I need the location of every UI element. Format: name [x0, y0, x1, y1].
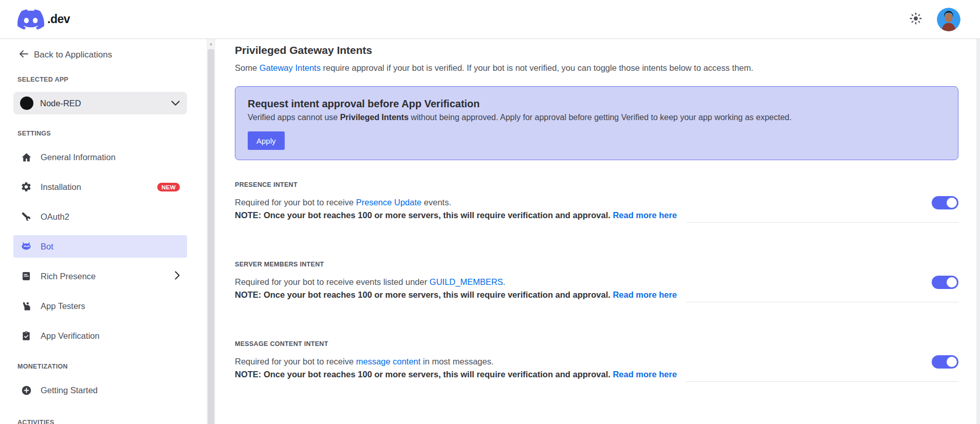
page-title: Privileged Gateway Intents [235, 44, 958, 57]
back-arrow-icon [19, 50, 29, 61]
person-raised-hand-icon [21, 300, 32, 312]
sidebar-item-label: Rich Presence [41, 272, 96, 281]
logo-dev-text: .dev [47, 12, 70, 26]
sun-theme-icon[interactable] [909, 12, 922, 27]
settings-heading: SETTINGS [17, 130, 207, 138]
back-link-label: Back to Applications [34, 50, 112, 60]
discord-logo-icon [17, 9, 44, 30]
server-members-intent-section: SERVER MEMBERS INTENT Required for your … [235, 258, 958, 319]
read-more-link[interactable]: Read more here [613, 370, 677, 379]
banner-title: Request intent approval before App Verif… [248, 98, 946, 110]
intent-label: SERVER MEMBERS INTENT [235, 258, 958, 269]
read-more-link[interactable]: Read more here [613, 290, 677, 299]
main-content: Privileged Gateway Intents Some Gateway … [215, 39, 958, 424]
chevron-down-icon [171, 99, 180, 108]
wrench-icon [21, 211, 32, 222]
message-content-link[interactable]: message content [356, 357, 421, 366]
intent-note: NOTE: Once your bot reaches 100 or more … [235, 289, 958, 300]
back-to-applications-link[interactable]: Back to Applications [19, 49, 207, 61]
sidebar-scrollbar-thumb[interactable] [208, 49, 214, 424]
sidebar-item-label: Installation [41, 182, 81, 192]
sidebar-item-label: Getting Started [41, 386, 98, 395]
read-more-link[interactable]: Read more here [613, 210, 677, 220]
sidebar-item-app-testers[interactable]: App Testers [13, 295, 187, 317]
sidebar: Back to Applications SELECTED APP Node-R… [0, 39, 207, 424]
monetization-nav: Getting Started [13, 379, 187, 401]
section-divider [686, 222, 958, 223]
monetization-heading: MONETIZATION [17, 363, 207, 371]
chevron-right-icon [175, 271, 180, 282]
intent-description: Required for your bot to receive message… [235, 356, 958, 367]
intent-description: Required for your bot to receive events … [235, 276, 958, 287]
home-icon [21, 151, 32, 163]
intent-description: Required for your bot to receive Presenc… [235, 197, 958, 208]
app-selector-dropdown[interactable]: Node-RED [13, 92, 187, 114]
intent-note: NOTE: Once your bot reaches 100 or more … [235, 369, 958, 380]
sidebar-item-getting-started[interactable]: Getting Started [13, 379, 187, 401]
sidebar-item-label: App Verification [41, 331, 100, 341]
clipboard-check-icon [21, 330, 32, 341]
presence-update-link[interactable]: Presence Update [356, 198, 422, 207]
intent-label: PRESENCE INTENT [235, 179, 958, 189]
settings-nav: General Information Installation NEW OAu… [13, 146, 187, 347]
guild-members-link[interactable]: GUILD_MEMBERS [430, 277, 503, 286]
journal-icon [21, 271, 32, 282]
activities-heading: ACTIVITIES [17, 419, 207, 424]
sidebar-item-label: Bot [41, 242, 53, 252]
presence-intent-section: PRESENCE INTENT Required for your bot to… [235, 179, 958, 240]
top-header: .dev [0, 0, 980, 39]
message-content-intent-section: MESSAGE CONTENT INTENT Required for your… [235, 338, 958, 399]
intent-approval-banner: Request intent approval before App Verif… [235, 86, 958, 160]
gear-icon [21, 181, 32, 192]
sidebar-item-general-information[interactable]: General Information [13, 146, 187, 168]
sidebar-item-label: OAuth2 [41, 212, 69, 222]
scrollbar-up-arrow-icon[interactable]: ▲ [207, 39, 215, 49]
gateway-intents-link[interactable]: Gateway Intents [260, 63, 321, 72]
intro-text: Some Gateway Intents require approval if… [235, 63, 958, 73]
intent-note: NOTE: Once your bot reaches 100 or more … [235, 209, 958, 221]
sidebar-item-oauth2[interactable]: OAuth2 [13, 205, 187, 228]
bot-icon [21, 241, 32, 252]
apply-button[interactable]: Apply [248, 131, 285, 150]
sidebar-item-label: App Testers [41, 301, 85, 311]
intent-label: MESSAGE CONTENT INTENT [235, 338, 958, 349]
sidebar-item-bot[interactable]: Bot [13, 235, 187, 258]
plus-circle-icon [21, 384, 32, 396]
selected-app-heading: SELECTED APP [17, 76, 207, 84]
section-divider [686, 381, 958, 382]
sidebar-item-label: General Information [41, 152, 116, 162]
toggle-knob [947, 198, 957, 208]
discord-developer-portal: .dev [0, 0, 980, 424]
user-avatar[interactable] [937, 8, 960, 31]
new-badge: NEW [157, 183, 180, 191]
sidebar-item-installation[interactable]: Installation NEW [13, 176, 187, 198]
app-avatar [20, 97, 33, 110]
page-scrollbar[interactable] [976, 39, 980, 424]
topbar-right [909, 8, 960, 31]
sidebar-scrollbar[interactable]: ▲ [207, 39, 215, 424]
message-content-intent-toggle[interactable] [932, 355, 958, 369]
selected-app-name: Node-RED [40, 99, 164, 108]
server-members-intent-toggle[interactable] [932, 276, 958, 289]
sidebar-item-app-verification[interactable]: App Verification [13, 324, 187, 347]
sidebar-item-rich-presence[interactable]: Rich Presence [13, 265, 187, 287]
toggle-knob [947, 357, 957, 367]
banner-body: Verified apps cannot use Privileged Inte… [248, 112, 946, 123]
discord-dev-logo[interactable]: .dev [17, 9, 70, 30]
section-divider [686, 302, 958, 302]
presence-intent-toggle[interactable] [932, 196, 958, 209]
toggle-knob [947, 277, 957, 287]
